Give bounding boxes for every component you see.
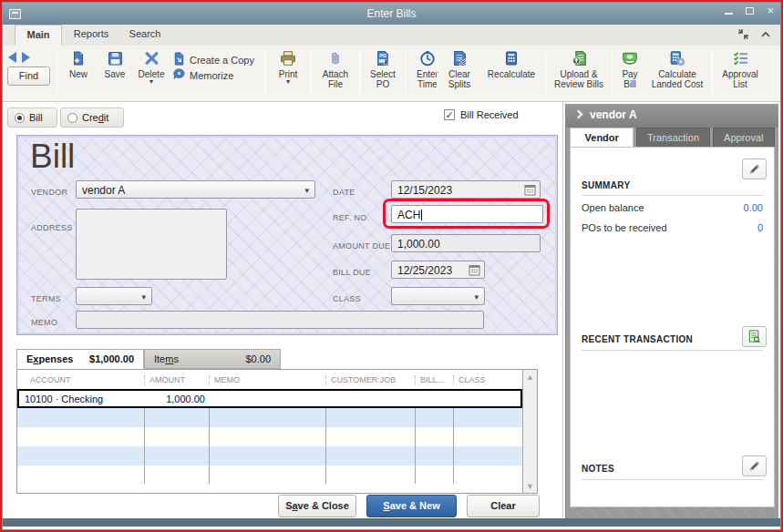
table-row-selected[interactable]: 10100 · Checking 1,000.00 — [17, 389, 522, 408]
pay-bill-cash-icon — [613, 50, 646, 67]
tab-expenses[interactable]: Expenses $1,000.00 — [16, 349, 144, 369]
print-button[interactable]: Print ▾ — [269, 50, 307, 85]
col-header-class: CLASS — [453, 375, 486, 384]
amount-due-field[interactable]: 1,000.00 — [391, 234, 541, 252]
expenses-amount: $1,000.00 — [89, 353, 134, 364]
calendar-icon[interactable] — [469, 264, 480, 279]
paperclip-icon — [314, 50, 356, 67]
scroll-up-icon[interactable]: ▲ — [523, 370, 537, 384]
recent-transaction-heading: RECENT TRANSACTION — [582, 334, 693, 344]
pos-to-receive-value[interactable]: 0 — [757, 222, 763, 233]
edit-notes-button[interactable] — [742, 455, 767, 476]
credit-radio[interactable]: Credit — [60, 107, 124, 128]
approval-list-button[interactable]: Approval List — [714, 50, 767, 89]
tab-reports[interactable]: Reports — [67, 25, 116, 46]
new-document-icon — [61, 50, 96, 67]
back-icon[interactable] — [8, 52, 16, 63]
bill-form-title: Bill — [30, 138, 75, 176]
radio-selected-icon — [15, 113, 25, 123]
calculate-landed-cost-button[interactable]: Calculate Landed Cost — [646, 50, 708, 89]
close-icon[interactable]: × — [767, 6, 774, 15]
address-field[interactable] — [76, 209, 227, 280]
tab-items[interactable]: Items $0.00 — [144, 349, 281, 369]
tab-main[interactable]: Main — [15, 25, 62, 46]
detach-window-icon[interactable] — [737, 28, 749, 40]
bill-received-checkbox[interactable]: ✓ Bill Received — [444, 109, 519, 120]
recalculate-button[interactable]: Recalculate — [480, 50, 542, 79]
bill-due-field[interactable]: 12/25/2023 — [391, 261, 485, 279]
items-amount: $0.00 — [245, 353, 271, 364]
window-bottom-bar — [3, 518, 780, 527]
collapse-ribbon-icon[interactable] — [760, 31, 771, 38]
vertical-scrollbar[interactable]: ▲ ▼ — [522, 370, 537, 493]
tab-search[interactable]: Search — [122, 25, 168, 46]
table-row[interactable] — [17, 446, 522, 466]
pencil-icon — [747, 162, 761, 176]
panel-tab-transaction[interactable]: Transaction — [636, 128, 709, 147]
vendor-label: VENDOR — [31, 188, 67, 197]
clear-splits-button[interactable]: Clear Splits — [438, 50, 480, 89]
save-button[interactable]: Save — [98, 50, 132, 79]
memo-field[interactable] — [76, 311, 484, 329]
panel-tab-vendor[interactable]: Vendor — [570, 128, 634, 147]
edit-summary-button[interactable] — [742, 159, 767, 179]
clear-button[interactable]: Clear — [467, 495, 540, 517]
save-close-button[interactable]: Save & Close — [278, 495, 356, 517]
pay-bill-button[interactable]: Pay Bill — [613, 50, 646, 89]
landed-cost-icon — [646, 50, 708, 67]
terms-dropdown[interactable]: ▾ — [76, 287, 152, 305]
calendar-icon[interactable] — [524, 184, 536, 199]
bill-form: Bill VENDOR vendor A ▾ ADDRESS TERMS ▾ M… — [16, 135, 558, 335]
new-button[interactable]: New — [61, 50, 96, 79]
date-field[interactable]: 12/15/2023 — [391, 180, 541, 199]
memorize-bubble-icon — [172, 67, 186, 83]
checkbox-checked-icon: ✓ — [444, 109, 455, 120]
credit-label: Credit — [82, 112, 108, 123]
ref-no-annotation-box: ACH — [383, 199, 550, 229]
terms-label: TERMS — [31, 294, 61, 303]
delete-button[interactable]: Delete ▾ — [132, 50, 170, 85]
bill-radio[interactable]: Bill — [7, 107, 57, 128]
upload-bills-icon — [546, 50, 612, 67]
pos-to-receive-row: POs to be received 0 — [582, 222, 763, 233]
cell-amount[interactable]: 1,000.00 — [19, 394, 205, 404]
expenses-table: ACCOUNT AMOUNT MEMO CUSTOMER:JOB BILL...… — [16, 369, 538, 494]
items-label: Items — [145, 353, 179, 364]
class-dropdown[interactable]: ▾ — [391, 287, 485, 305]
scroll-down-icon[interactable]: ▼ — [523, 479, 537, 493]
panel-tab-approval[interactable]: Approval — [713, 128, 775, 147]
amount-due-label: AMOUNT DUE — [333, 241, 390, 251]
upload-review-bills-button[interactable]: Upload & Review Bills — [546, 50, 612, 89]
select-po-button[interactable]: PO Select PO — [362, 50, 404, 89]
find-button[interactable]: Find — [7, 66, 50, 86]
attach-file-button[interactable]: Attach File — [314, 50, 356, 89]
recent-transaction-report-button[interactable] — [742, 326, 767, 347]
memorize-button[interactable]: Memorize — [172, 67, 271, 83]
ref-no-field[interactable]: ACH — [391, 205, 543, 223]
nav-arrows — [8, 52, 30, 63]
panel-divider — [562, 102, 563, 518]
col-header-account: ACCOUNT — [26, 375, 71, 384]
collapse-panel-chevron-icon[interactable] — [574, 110, 583, 119]
open-balance-value[interactable]: 0.00 — [744, 202, 763, 213]
maximize-icon[interactable] — [746, 7, 754, 15]
approval-list-icon — [714, 50, 767, 67]
delete-menu-caret: ▾ — [132, 79, 170, 85]
class-label: CLASS — [333, 294, 361, 303]
table-row[interactable] — [17, 408, 522, 427]
col-header-memo: MEMO — [209, 375, 240, 384]
copy-memorize-group: Create a Copy Memorize — [172, 52, 271, 83]
radio-unselected-icon — [67, 113, 77, 123]
forward-icon[interactable] — [22, 52, 30, 63]
delete-x-icon — [132, 50, 170, 67]
pencil-icon — [747, 459, 761, 473]
minimize-icon[interactable] — [725, 13, 733, 15]
calculator-icon — [480, 50, 542, 67]
panel-tabs: Vendor Transaction Approval — [570, 128, 775, 147]
vendor-dropdown[interactable]: vendor A ▾ — [76, 180, 315, 199]
table-row[interactable] — [17, 427, 522, 446]
create-copy-button[interactable]: Create a Copy — [172, 52, 271, 67]
save-new-button[interactable]: Save & New — [366, 495, 457, 517]
table-row[interactable] — [17, 466, 522, 485]
col-header-amount: AMOUNT — [144, 375, 185, 384]
